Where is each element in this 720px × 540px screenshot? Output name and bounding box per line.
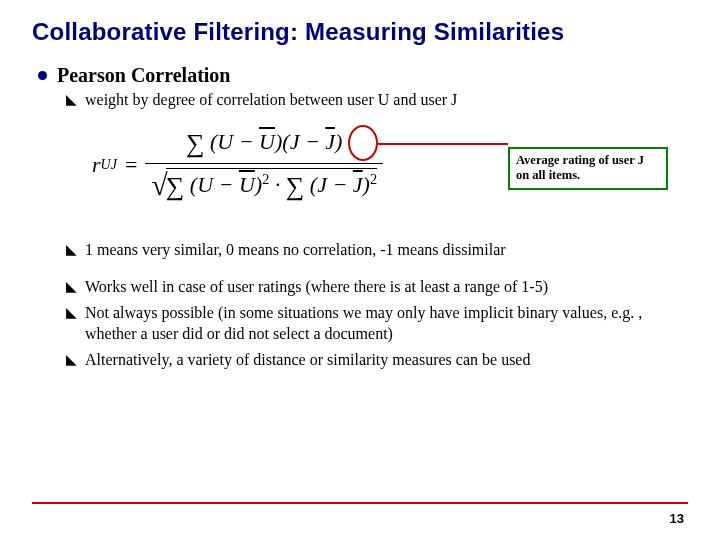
callout-box: Average rating of user J on all items. bbox=[508, 147, 668, 190]
arrow-icon: ◣ bbox=[66, 91, 77, 108]
formula-numerator: ∑ (U − U)(J − J) bbox=[180, 129, 348, 163]
formula-denominator: √ ∑ (U − U)2 · ∑ (J − J)2 bbox=[145, 163, 383, 202]
arrow-icon: ◣ bbox=[66, 278, 77, 295]
rp4: ) bbox=[363, 172, 370, 197]
callout-ring-icon bbox=[348, 125, 378, 161]
bullet-sub-row: ◣ Alternatively, a variety of distance o… bbox=[66, 349, 688, 371]
minus: − bbox=[239, 129, 254, 154]
formula-block: rUJ = ∑ (U − U)(J − J) √ ∑ (U bbox=[92, 129, 688, 217]
var-J: J bbox=[290, 129, 300, 154]
lp2: ( bbox=[282, 129, 289, 154]
bullet-sub-row: ◣ weight by degree of correlation betwee… bbox=[66, 89, 688, 111]
var-Ubar2: U bbox=[239, 172, 255, 197]
bullet-sub-text: Alternatively, a variety of distance or … bbox=[85, 349, 530, 371]
var-Ubar: U bbox=[259, 129, 275, 154]
footer-line bbox=[32, 502, 688, 505]
bullet-sub-text: 1 means very similar, 0 means no correla… bbox=[85, 239, 506, 261]
arrow-icon: ◣ bbox=[66, 304, 77, 321]
bullet-main-text: Pearson Correlation bbox=[57, 64, 231, 87]
slide-title: Collaborative Filtering: Measuring Simil… bbox=[32, 18, 688, 46]
bullet-sub-text: Works well in case of user ratings (wher… bbox=[85, 276, 548, 298]
arrow-icon: ◣ bbox=[66, 241, 77, 258]
slide: Collaborative Filtering: Measuring Simil… bbox=[0, 0, 720, 540]
dot: · bbox=[275, 172, 281, 197]
arrow-icon: ◣ bbox=[66, 351, 77, 368]
callout-line bbox=[378, 143, 508, 145]
minus3: − bbox=[219, 172, 234, 197]
var-J2: J bbox=[317, 172, 327, 197]
rp2: ) bbox=[335, 129, 342, 154]
var-Jbar: J bbox=[325, 129, 335, 154]
var-Jbar2: J bbox=[353, 172, 363, 197]
formula-lhs-sub: UJ bbox=[101, 157, 117, 173]
sqrt-bar: ∑ (U − U)2 · ∑ (J − J)2 bbox=[166, 168, 377, 202]
minus2: − bbox=[305, 129, 320, 154]
bullet-sub-text: Not always possible (in some situations … bbox=[85, 302, 688, 345]
sum-icon-2: ∑ bbox=[166, 172, 185, 201]
sum-icon: ∑ bbox=[186, 129, 205, 158]
bullet-sub-row: ◣ Works well in case of user ratings (wh… bbox=[66, 276, 688, 298]
callout-line2: on all items. bbox=[516, 168, 660, 184]
formula-eq: = bbox=[125, 152, 137, 178]
bullet-sub-text: weight by degree of correlation between … bbox=[85, 89, 457, 111]
bullet-main-row: Pearson Correlation bbox=[38, 64, 688, 87]
callout-line1: Average rating of user J bbox=[516, 153, 660, 169]
minus4: − bbox=[332, 172, 347, 197]
var-U2: U bbox=[197, 172, 213, 197]
bullet-sub-row: ◣ 1 means very similar, 0 means no corre… bbox=[66, 239, 688, 261]
sq1: 2 bbox=[262, 171, 269, 187]
bullet-dot-icon bbox=[38, 71, 47, 80]
formula-lhs-var: r bbox=[92, 152, 101, 178]
sq2: 2 bbox=[370, 171, 377, 187]
second-block: ◣ 1 means very similar, 0 means no corre… bbox=[32, 239, 688, 371]
var-U: U bbox=[217, 129, 233, 154]
page-number: 13 bbox=[670, 511, 684, 526]
sqrt: √ ∑ (U − U)2 · ∑ (J − J)2 bbox=[151, 168, 377, 202]
sum-icon-3: ∑ bbox=[286, 172, 305, 201]
bullet-sub-row: ◣ Not always possible (in some situation… bbox=[66, 302, 688, 345]
